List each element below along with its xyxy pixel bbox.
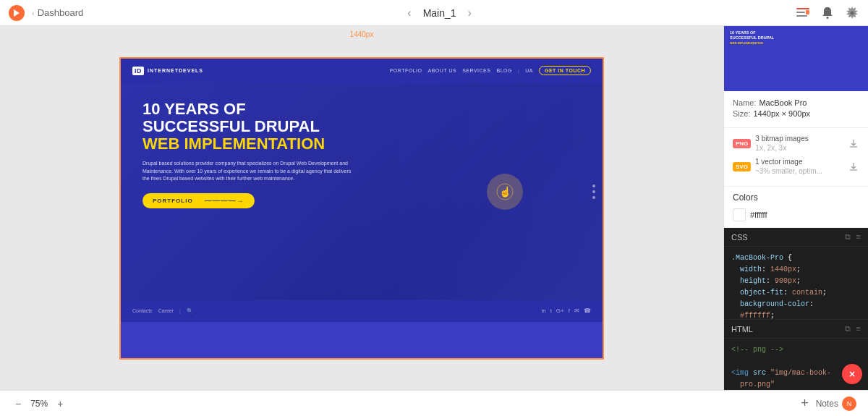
svg-text:☝: ☝ (499, 186, 512, 198)
nav-lang[interactable]: UA (525, 68, 533, 73)
color-hex-white: #ffffff (750, 211, 767, 219)
notes-label: Notes (816, 399, 838, 409)
css-tab-bar: CSS ⧉ ≡ (724, 228, 868, 247)
nav-next-button[interactable]: › (465, 4, 475, 22)
css-line-2: width: 1440px; (731, 264, 861, 276)
notes-button[interactable]: Notes N (816, 396, 856, 411)
topbar-right (796, 6, 859, 20)
site-nav: ID INTERNETDEVELS PORTFOLIO ABOUT US SER… (121, 59, 603, 83)
name-value: MacBook Pro (759, 98, 807, 107)
add-button[interactable]: + (801, 396, 809, 411)
nav-cta-button[interactable]: GET IN TOUCH (539, 66, 591, 75)
hero-cta-button[interactable]: PORTFOLIO ————→ (142, 193, 255, 208)
html-tab-bar: HTML ⧉ ≡ (724, 319, 868, 339)
zoom-out-button[interactable]: − (12, 396, 25, 411)
hero-title-line2: SUCCESSFUL DRUPAL (142, 118, 352, 135)
nav-about[interactable]: ABOUT US (428, 68, 457, 73)
colors-section: Colors #ffffff (724, 187, 868, 228)
site-hero: 10 YEARS OF SUCCESSFUL DRUPAL WEB IMPLEM… (121, 83, 603, 300)
hero-dot-3 (592, 196, 595, 199)
hero-title-line1: 10 YEARS OF (142, 101, 352, 118)
html-line-blank (731, 356, 861, 368)
bell-icon[interactable] (820, 6, 835, 20)
svg-desc: 1 vector image~3% smaller, optim... (755, 157, 843, 176)
breadcrumb-chevron: ‹ (32, 9, 35, 17)
css-line-6: #ffffff; (731, 310, 861, 319)
zoom-in-button[interactable]: + (54, 396, 67, 411)
css-line-3: height: 900px; (731, 276, 861, 287)
html-copy-icon[interactable]: ⧉ (845, 324, 851, 334)
footer-facebook[interactable]: f (569, 307, 570, 314)
size-row: Size: 1440px × 900px (733, 109, 859, 118)
html-menu-icon[interactable]: ≡ (856, 324, 861, 334)
page-title: Main_1 (423, 7, 456, 19)
png-download-button[interactable] (848, 137, 859, 149)
assets-section: PNG 3 bitmap images1x, 2x, 3x SVG 1 vect… (724, 128, 868, 187)
site-logo-name: INTERNETDEVELS (148, 68, 203, 73)
hero-bg (338, 83, 603, 300)
zoom-level: 75% (30, 399, 48, 409)
footer-dribbble[interactable]: ☎ (584, 307, 591, 314)
size-label: Size: (733, 109, 750, 118)
nav-services[interactable]: SERVICES (462, 68, 490, 73)
width-label: 1440px (350, 30, 374, 38)
footer-search-icon[interactable]: 🔍 (187, 308, 193, 314)
footer-instagram[interactable]: ✉ (574, 307, 579, 314)
toolbar-icon[interactable] (796, 6, 810, 20)
notes-avatar: N (842, 396, 856, 411)
nav-blog[interactable]: BLOG (496, 68, 511, 73)
hero-title: 10 YEARS OF SUCCESSFUL DRUPAL WEB IMPLEM… (142, 101, 352, 153)
color-swatch-white (733, 208, 746, 221)
site-footer: Contacts Career | 🔍 in t G+ f ✉ ☎ (121, 300, 603, 322)
css-line-5: background-color: (731, 299, 861, 310)
footer-left: Contacts Career | 🔍 (132, 308, 193, 314)
dashboard-link[interactable]: ‹ Dashboard (32, 7, 83, 18)
bottom-right: + Notes N (801, 396, 856, 411)
gear-icon[interactable] (845, 6, 859, 20)
html-tab-icons: ⧉ ≡ (845, 324, 861, 334)
dashboard-label: Dashboard (38, 7, 84, 18)
hero-title-highlight: WEB IMPLEMENTATION (142, 135, 352, 153)
name-label: Name: (733, 98, 756, 107)
svg-download-button[interactable] (848, 161, 859, 172)
footer-gplus[interactable]: G+ (556, 307, 564, 314)
nav-portfolio[interactable]: PORTFOLIO (390, 68, 422, 73)
css-line-1: .MacBook-Pro { (731, 252, 861, 264)
right-panel: 10 YEARS OFSUCCESSFUL DRUPAL WEB IMPLEME… (723, 26, 868, 390)
hero-hand-icon: ☝ (487, 174, 523, 210)
hero-dot-2 (592, 190, 595, 193)
nav-separator: | (518, 68, 519, 73)
preview-title-2: WEB IMPLEMENTATION (730, 41, 862, 45)
app-logo (9, 5, 25, 21)
footer-twitter[interactable]: t (550, 307, 552, 314)
panel-preview-thumbnail: 10 YEARS OFSUCCESSFUL DRUPAL WEB IMPLEME… (724, 26, 868, 91)
footer-career[interactable]: Career (158, 308, 174, 313)
size-value: 1440px × 900px (753, 109, 810, 118)
svg-rect-1 (796, 12, 805, 13)
site-logo: ID INTERNETDEVELS (132, 67, 203, 75)
css-line-4: object-fit: contain; (731, 287, 861, 299)
colors-title: Colors (733, 192, 859, 203)
bottom-bar: − 75% + + Notes N (0, 390, 868, 416)
hero-content: 10 YEARS OF SUCCESSFUL DRUPAL WEB IMPLEM… (142, 101, 352, 208)
close-panel-button[interactable]: × (842, 364, 862, 384)
svg-asset-row: SVG 1 vector image~3% smaller, optim... (733, 157, 859, 176)
html-tab-label[interactable]: HTML (731, 325, 753, 334)
right-panel-wrapper: 10 YEARS OFSUCCESSFUL DRUPAL WEB IMPLEME… (723, 26, 868, 390)
hero-description: Drupal based solutions provider company … (142, 160, 352, 183)
png-asset-row: PNG 3 bitmap images1x, 2x, 3x (733, 134, 859, 153)
html-line-comment: <!-- png --> (731, 344, 861, 356)
nav-prev-button[interactable]: ‹ (404, 4, 414, 22)
site-nav-links: PORTFOLIO ABOUT US SERVICES BLOG | UA GE… (212, 66, 591, 75)
footer-contacts[interactable]: Contacts (132, 308, 153, 313)
css-menu-icon[interactable]: ≡ (856, 232, 861, 242)
footer-linkedin[interactable]: in (541, 307, 545, 314)
panel-preview-content: 10 YEARS OFSUCCESSFUL DRUPAL WEB IMPLEME… (724, 26, 868, 91)
color-item-white[interactable]: #ffffff (733, 208, 859, 221)
svg-rect-3 (806, 10, 809, 14)
css-copy-icon[interactable]: ⧉ (845, 232, 851, 242)
svg-rect-2 (796, 15, 807, 17)
canvas-area[interactable]: 1440px ID INTERNETDEVELS PORTFOLIO ABOUT… (0, 26, 723, 390)
css-tab-label[interactable]: CSS (731, 233, 748, 242)
main-layout: 1440px ID INTERNETDEVELS PORTFOLIO ABOUT… (0, 26, 868, 390)
